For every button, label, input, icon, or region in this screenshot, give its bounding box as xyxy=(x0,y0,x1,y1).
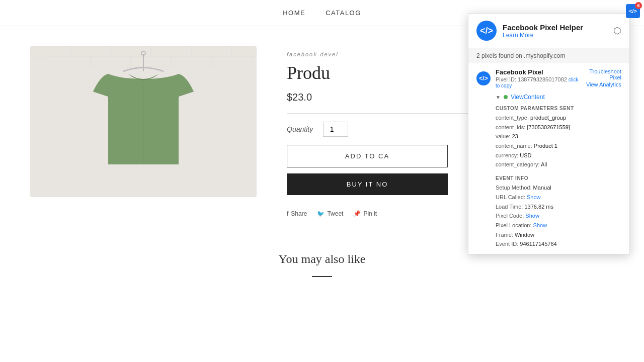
add-to-cart-button[interactable]: ADD TO CA xyxy=(287,145,448,167)
facebook-share-icon: f xyxy=(287,210,288,217)
pixel-1-name: Facebook Pixel xyxy=(496,68,581,76)
param-row: content_ids: [7305302671559] xyxy=(496,123,621,132)
popup-header-left: </> Facebook Pixel Helper Learn More xyxy=(476,21,583,41)
expand-arrow-1[interactable]: ▼ xyxy=(496,95,501,100)
view-content-row: ▼ ViewContent xyxy=(468,92,629,103)
event-info-row: URL Called: Show xyxy=(496,193,621,202)
troubleshoot-link-1[interactable]: Troubleshoot Pixel xyxy=(581,68,621,80)
event-info-row: Setup Method: Manual xyxy=(496,183,621,193)
pixel-1-links: Troubleshoot Pixel View Analytics xyxy=(581,68,621,87)
view-analytics-link-1[interactable]: View Analytics xyxy=(581,81,621,87)
custom-params-title: CUSTOM PARAMETERS SENT xyxy=(496,106,621,111)
pin-link[interactable]: 📌 Pin it xyxy=(353,210,377,217)
facebook-pixel-icon: </> xyxy=(476,21,497,41)
product-image xyxy=(30,46,257,197)
pixel-1-section: </> Facebook Pixel Pixel ID: 13877932850… xyxy=(468,63,629,254)
event-info-row: Pixel Location: Show xyxy=(496,221,621,230)
pixel-1-header: </> Facebook Pixel Pixel ID: 13877932850… xyxy=(468,63,629,92)
pixels-found-bar: 2 pixels found on .myshopify.com xyxy=(468,48,629,63)
quantity-label: Quantity xyxy=(287,125,313,133)
param-row: value: 23 xyxy=(496,132,621,141)
param-row: content_type: product_group xyxy=(496,113,621,123)
heading-divider xyxy=(312,276,332,277)
param-row: content_name: Product 1 xyxy=(496,141,621,151)
param-row: currency: USD xyxy=(496,151,621,160)
event-info-row: Pixel Code: Show xyxy=(496,211,621,221)
nav-catalog[interactable]: CATALOG xyxy=(326,9,361,17)
extension-popup: </> Facebook Pixel Helper Learn More ⬡ 2… xyxy=(468,13,630,254)
pixels-found-count: 2 pixels found on xyxy=(476,52,522,59)
tweet-link[interactable]: 🐦 Tweet xyxy=(317,210,343,217)
event-info-section: EVENT INFO Setup Method: ManualURL Calle… xyxy=(468,172,629,254)
share-facebook-link[interactable]: f Share xyxy=(287,210,307,217)
pixel-1-id: Pixel ID: 1387793285017082 click to copy xyxy=(496,76,581,88)
green-dot-1 xyxy=(504,95,508,99)
param-row: content_category: All xyxy=(496,160,621,169)
popup-header: </> Facebook Pixel Helper Learn More ⬡ xyxy=(468,14,629,48)
event-info-row: Event ID: 946117145764 xyxy=(496,239,621,249)
learn-more-link[interactable]: Learn More xyxy=(503,32,583,39)
view-content-label: ViewContent xyxy=(511,94,545,101)
event-info-list: Setup Method: ManualURL Called: ShowLoad… xyxy=(496,183,621,249)
microdata-row: ▶ Microdata Automatically Detected xyxy=(468,254,629,254)
twitter-icon: 🐦 xyxy=(317,210,325,217)
quantity-input[interactable] xyxy=(323,122,348,137)
external-link-icon[interactable]: ⬡ xyxy=(613,25,621,36)
extension-icon[interactable]: </> 6 xyxy=(626,4,640,18)
pixel-1-header-left: </> Facebook Pixel Pixel ID: 13877932850… xyxy=(476,68,581,88)
custom-params-section: CUSTOM PARAMETERS SENT content_type: pro… xyxy=(468,103,629,172)
event-info-title: EVENT INFO xyxy=(496,175,621,181)
extension-badge-count: 6 xyxy=(635,2,642,9)
pixels-found-domain: .myshopify.com xyxy=(524,52,565,59)
nav-home[interactable]: HOME xyxy=(283,9,305,17)
popup-title: Facebook Pixel Helper xyxy=(503,23,583,32)
params-list: content_type: product_groupcontent_ids: … xyxy=(496,113,621,169)
pixel-1-icon: </> xyxy=(476,71,491,85)
event-info-row: Frame: Window xyxy=(496,230,621,240)
event-info-row: Load Time: 1376.82 ms xyxy=(496,202,621,212)
product-image-container xyxy=(30,46,257,197)
buy-now-button[interactable]: BUY IT NO xyxy=(287,173,448,195)
pinterest-icon: 📌 xyxy=(353,210,361,217)
